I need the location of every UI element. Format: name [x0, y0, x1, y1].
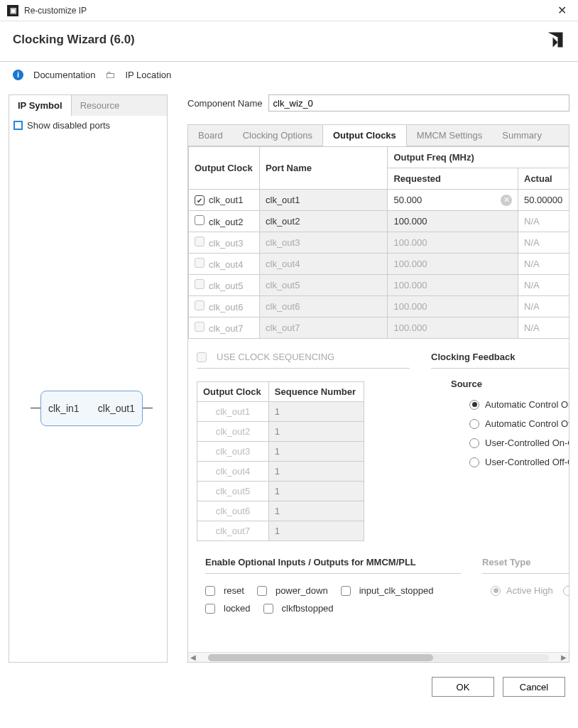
- freq-requested-cell[interactable]: 100.000: [388, 211, 518, 232]
- enable-checkbox[interactable]: [195, 195, 205, 205]
- output-clock-row: clk_out4clk_out4100.000N/A0.000: [189, 254, 569, 275]
- freq-actual-cell: N/A: [518, 211, 569, 232]
- show-disabled-ports-checkbox[interactable]: Show disabled ports: [13, 120, 163, 131]
- seq-number-cell[interactable]: 1: [268, 402, 364, 422]
- seq-number-cell[interactable]: 1: [268, 462, 364, 482]
- cancel-button[interactable]: Cancel: [503, 677, 565, 697]
- output-clock-row: clk_out6clk_out6100.000N/A0.000: [189, 296, 569, 317]
- radio-icon: [469, 400, 479, 410]
- enable-checkbox[interactable]: [195, 215, 205, 225]
- freq-actual-cell: N/A: [518, 254, 569, 275]
- feedback-source-option[interactable]: Automatic Control On-Chip: [469, 399, 569, 410]
- feedback-title: Clocking Feedback: [431, 352, 569, 369]
- page-title: Clocking Wizard (6.0): [13, 33, 545, 47]
- feedback-source-option[interactable]: User-Controlled Off-Chip: [469, 457, 569, 467]
- port-name-cell[interactable]: clk_out3: [260, 232, 388, 254]
- tab-summary[interactable]: Summary: [492, 125, 552, 146]
- checkbox-icon: [257, 586, 267, 596]
- freq-requested-cell[interactable]: 50.000✕: [388, 190, 518, 211]
- seq-number-cell[interactable]: 1: [268, 501, 364, 521]
- ip-location-link[interactable]: IP Location: [125, 70, 171, 80]
- sequence-row: clk_out41: [197, 462, 364, 482]
- horizontal-scrollbar[interactable]: ◀ ▶: [188, 652, 569, 662]
- output-clock-name: clk_out7: [209, 323, 243, 334]
- component-name-input[interactable]: [268, 94, 570, 112]
- output-clock-name: clk_out3: [209, 238, 243, 249]
- port-name-cell[interactable]: clk_out1: [260, 190, 388, 211]
- info-icon: i: [13, 70, 23, 80]
- enable-checkbox[interactable]: [195, 279, 205, 289]
- enable-checkbox[interactable]: [195, 237, 205, 246]
- close-icon[interactable]: ✕: [553, 4, 571, 17]
- output-clock-name: clk_out6: [209, 302, 243, 313]
- tab-ip-symbol[interactable]: IP Symbol: [9, 95, 72, 116]
- col-port-name: Port Name: [260, 147, 388, 190]
- freq-actual-cell: N/A: [518, 275, 569, 296]
- feedback-source-option[interactable]: Automatic Control Off-Chip: [469, 418, 569, 429]
- output-clocks-table: Output Clock Port Name Output Freq (MHz)…: [188, 146, 569, 339]
- freq-requested-cell[interactable]: 100.000: [388, 317, 518, 339]
- port-name-cell[interactable]: clk_out5: [260, 275, 388, 296]
- checkbox-icon: [197, 352, 207, 362]
- port-name-cell[interactable]: clk_out7: [260, 317, 388, 339]
- use-clock-sequencing-checkbox[interactable]: USE CLOCK SEQUENCING: [197, 352, 410, 369]
- config-tabs: Board Clocking Options Output Clocks MMC…: [188, 125, 569, 146]
- output-clock-name: clk_out5: [209, 281, 243, 291]
- reset-type-active-high-radio: [491, 586, 501, 596]
- seq-number-cell[interactable]: 1: [268, 521, 364, 541]
- tab-mmcm-settings[interactable]: MMCM Settings: [407, 125, 492, 146]
- optional-io-checkbox[interactable]: clkfbstopped: [263, 603, 334, 614]
- optional-io-checkbox[interactable]: input_clk_stopped: [341, 585, 434, 596]
- freq-requested-cell[interactable]: 100.000: [388, 254, 518, 275]
- feedback-source-label: Source: [451, 379, 569, 389]
- clear-icon[interactable]: ✕: [501, 195, 512, 206]
- col-actual: Actual: [518, 168, 569, 190]
- seq-number-cell[interactable]: 1: [268, 442, 364, 462]
- seq-clock-name: clk_out6: [197, 501, 269, 521]
- seq-clock-name: clk_out2: [197, 422, 269, 442]
- optional-io-checkbox[interactable]: locked: [205, 603, 251, 614]
- tab-clocking-options[interactable]: Clocking Options: [233, 125, 322, 146]
- output-clock-row: clk_out1clk_out150.000✕50.000000.000: [189, 190, 569, 211]
- component-name-label: Component Name: [187, 98, 263, 109]
- output-clock-row: clk_out2clk_out2100.000N/A0.000: [189, 211, 569, 232]
- port-name-cell[interactable]: clk_out6: [260, 296, 388, 317]
- enable-checkbox[interactable]: [195, 258, 205, 268]
- checkbox-icon: [263, 604, 273, 614]
- reset-type-other-radio: [563, 586, 569, 596]
- optional-io-checkbox[interactable]: reset: [205, 585, 244, 596]
- port-name-cell[interactable]: clk_out4: [260, 254, 388, 275]
- window-title: Re-customize IP: [24, 6, 553, 16]
- scroll-right-icon[interactable]: ▶: [559, 653, 569, 661]
- output-clock-row: clk_out3clk_out3100.000N/A0.000: [189, 232, 569, 254]
- seq-clock-name: clk_out1: [197, 402, 269, 422]
- freq-requested-cell[interactable]: 100.000: [388, 275, 518, 296]
- port-name-cell[interactable]: clk_out2: [260, 211, 388, 232]
- documentation-link[interactable]: Documentation: [33, 70, 95, 80]
- ip-port-out: clk_out1: [98, 403, 135, 414]
- optional-io-checkbox[interactable]: power_down: [257, 585, 328, 596]
- app-icon: ▣: [7, 5, 18, 16]
- checkbox-icon: [205, 586, 215, 596]
- seq-number-cell[interactable]: 1: [268, 482, 364, 501]
- tab-board[interactable]: Board: [188, 125, 233, 146]
- seq-clock-name: clk_out3: [197, 442, 269, 462]
- output-clock-row: clk_out7clk_out7100.000N/A0.000: [189, 317, 569, 339]
- col-output-clock: Output Clock: [189, 147, 260, 190]
- enable-checkbox[interactable]: [195, 300, 205, 310]
- scroll-left-icon[interactable]: ◀: [188, 653, 198, 661]
- vendor-logo-icon: [545, 30, 565, 50]
- left-panel: IP Symbol Resource Show disabled ports c…: [9, 94, 168, 663]
- freq-requested-cell[interactable]: 100.000: [388, 232, 518, 254]
- seq-number-cell[interactable]: 1: [268, 422, 364, 442]
- tab-output-clocks[interactable]: Output Clocks: [322, 124, 407, 146]
- enable-checkbox[interactable]: [195, 322, 205, 332]
- sequence-row: clk_out51: [197, 482, 364, 501]
- freq-actual-cell: 50.00000: [518, 190, 569, 211]
- ok-button[interactable]: OK: [432, 677, 494, 697]
- freq-requested-cell[interactable]: 100.000: [388, 296, 518, 317]
- reset-type-title: Reset Type: [482, 557, 569, 574]
- feedback-source-option[interactable]: User-Controlled On-Chip: [469, 438, 569, 448]
- tab-resource[interactable]: Resource: [72, 95, 129, 116]
- sequence-row: clk_out11: [197, 402, 364, 422]
